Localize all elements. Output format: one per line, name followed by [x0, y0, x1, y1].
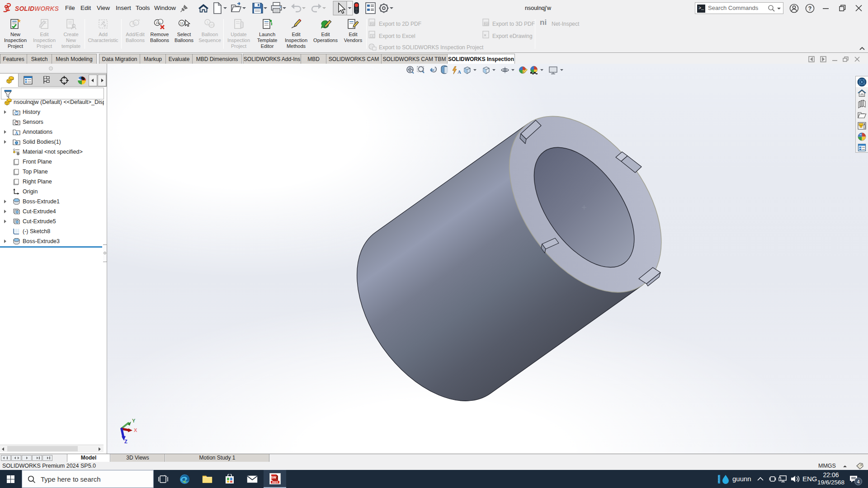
- svg-text:X: X: [134, 427, 137, 433]
- svg-text:PDF: PDF: [484, 23, 490, 25]
- svg-text:111: 111: [156, 21, 160, 25]
- svg-text:?: ?: [808, 5, 811, 12]
- svg-text:2024: 2024: [272, 481, 278, 483]
- svg-text:SOLIDWORKS: SOLIDWORKS: [15, 5, 59, 12]
- svg-text:A: A: [15, 131, 18, 136]
- svg-text:Y: Y: [132, 418, 136, 423]
- svg-text:PDF: PDF: [370, 23, 376, 25]
- svg-text:SW: SW: [271, 475, 277, 479]
- svg-text:111: 111: [132, 22, 137, 25]
- svg-text:1: 1: [207, 21, 208, 24]
- svg-text:A: A: [458, 69, 461, 75]
- svg-text:123: 123: [209, 23, 214, 27]
- svg-text:X: X: [372, 35, 373, 38]
- svg-text:Z: Z: [124, 439, 127, 444]
- svg-text:11: 11: [180, 21, 184, 25]
